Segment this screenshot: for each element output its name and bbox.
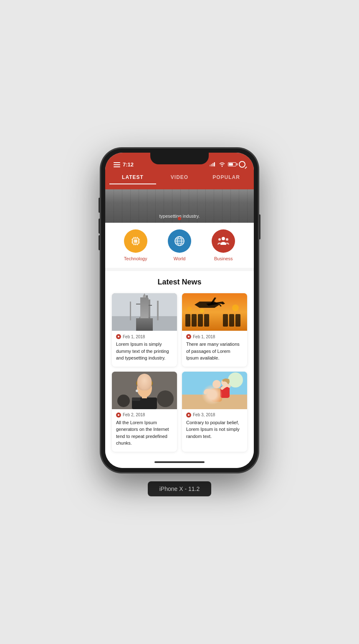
- airport-svg: [182, 293, 247, 331]
- tab-video[interactable]: VIDEO: [156, 171, 203, 184]
- svg-point-58: [136, 378, 153, 388]
- technology-label: Technology: [124, 256, 147, 261]
- notch: [150, 153, 209, 164]
- content-area: typesetting industry.: [105, 189, 254, 456]
- wifi-icon: [219, 162, 225, 167]
- tab-latest[interactable]: LATEST: [109, 171, 156, 184]
- article-2-date: Feb 1, 2018: [193, 335, 215, 339]
- svg-point-66: [212, 380, 221, 388]
- date-icon-4: [186, 413, 191, 418]
- svg-rect-5: [134, 239, 137, 243]
- hero-banner: typesetting industry.: [105, 189, 254, 223]
- article-4-desc: Contrary to popular belief, Lorem Ipsum …: [186, 419, 243, 440]
- category-world[interactable]: World: [168, 229, 191, 261]
- svg-rect-46: [235, 314, 240, 327]
- svg-rect-30: [143, 297, 146, 315]
- article-1-image: [112, 293, 177, 331]
- svg-point-59: [140, 387, 143, 389]
- svg-rect-1: [211, 164, 212, 166]
- svg-rect-43: [204, 314, 209, 327]
- business-label: Business: [214, 256, 233, 261]
- people-icon: [217, 235, 230, 247]
- hero-indicator-dot: [178, 217, 181, 220]
- time-display: 7:12: [123, 161, 134, 168]
- menu-icon[interactable]: [114, 162, 120, 167]
- category-business[interactable]: Business: [212, 229, 235, 261]
- categories-section: Technology Wo: [105, 223, 254, 268]
- phone-screen: 7:12: [105, 153, 254, 468]
- home-indicator: [105, 456, 254, 468]
- svg-point-56: [137, 379, 152, 397]
- news-card-2[interactable]: Feb 1, 2018 There are many variations of…: [182, 293, 247, 367]
- article-4-body: Feb 3, 2018 Contrary to popular belief, …: [182, 409, 247, 445]
- article-2-desc: There are many variations of passages of…: [186, 341, 243, 362]
- svg-point-57: [138, 376, 151, 384]
- tab-popular[interactable]: POPULAR: [203, 171, 250, 184]
- svg-point-49: [200, 309, 204, 313]
- article-3-desc: All the Lorem Ipsum generators on the In…: [116, 419, 173, 447]
- portrait-svg: [112, 372, 177, 409]
- svg-rect-0: [210, 165, 211, 166]
- svg-point-53: [157, 390, 174, 407]
- svg-rect-44: [223, 314, 228, 327]
- signal-icon: [210, 162, 216, 166]
- home-bar: [154, 461, 205, 463]
- news-card-1[interactable]: Feb 1, 2018 Lorem Ipsum is simply dummy …: [112, 293, 177, 367]
- article-4-date-row: Feb 3, 2018: [186, 413, 243, 418]
- news-card-3[interactable]: Feb 2, 2018 All the Lorem Ipsum generato…: [112, 372, 177, 452]
- status-left: 7:12: [114, 161, 134, 168]
- svg-point-52: [117, 395, 130, 407]
- article-2-body: Feb 1, 2018 There are many variations of…: [182, 331, 247, 367]
- svg-point-48: [187, 307, 192, 312]
- svg-point-21: [222, 237, 225, 240]
- rocket-svg: [112, 293, 177, 331]
- outdoors-svg: [182, 372, 247, 409]
- device-label: iPhone X - 11.2: [148, 481, 212, 496]
- category-technology[interactable]: Technology: [124, 229, 147, 261]
- status-right: [210, 161, 245, 168]
- chip-icon: [129, 235, 142, 247]
- svg-rect-62: [132, 397, 140, 401]
- globe-icon: [173, 235, 186, 247]
- svg-rect-28: [146, 295, 148, 320]
- svg-rect-69: [220, 386, 230, 398]
- svg-point-23: [226, 238, 228, 241]
- article-3-body: Feb 2, 2018 All the Lorem Ipsum generato…: [112, 409, 177, 452]
- world-icon-bg: [168, 229, 191, 253]
- battery-icon: [228, 162, 236, 166]
- news-card-4[interactable]: Feb 3, 2018 Contrary to popular belief, …: [182, 372, 247, 452]
- svg-rect-33: [146, 305, 152, 306]
- date-icon-2: [186, 334, 191, 339]
- article-1-desc: Lorem Ipsum is simply dummy text of the …: [116, 341, 173, 362]
- svg-rect-37: [157, 301, 159, 320]
- svg-rect-64: [182, 395, 247, 409]
- article-3-date-row: Feb 2, 2018: [116, 413, 173, 418]
- svg-rect-32: [136, 304, 143, 304]
- svg-rect-41: [192, 314, 197, 327]
- date-icon-3: [116, 413, 121, 418]
- business-icon-bg: [212, 229, 235, 253]
- article-4-date: Feb 3, 2018: [193, 413, 215, 417]
- svg-point-61: [136, 390, 138, 392]
- latest-news-section: Latest News: [105, 271, 254, 456]
- svg-rect-45: [229, 314, 234, 327]
- svg-rect-3: [214, 162, 215, 166]
- date-icon-1: [116, 334, 121, 339]
- svg-rect-36: [130, 302, 131, 320]
- world-label: World: [174, 256, 186, 261]
- article-3-image: [112, 372, 177, 409]
- status-bar: 7:12: [105, 153, 254, 171]
- article-1-body: Feb 1, 2018 Lorem Ipsum is simply dummy …: [112, 331, 177, 367]
- svg-rect-27: [140, 297, 143, 320]
- svg-rect-40: [185, 314, 190, 327]
- article-2-date-row: Feb 1, 2018: [186, 334, 243, 339]
- news-grid: Feb 1, 2018 Lorem Ipsum is simply dummy …: [112, 293, 247, 452]
- article-1-date-row: Feb 1, 2018: [116, 334, 173, 339]
- section-title: Latest News: [112, 278, 247, 287]
- article-3-date: Feb 2, 2018: [123, 413, 145, 417]
- svg-rect-26: [112, 316, 177, 331]
- svg-point-60: [146, 387, 149, 389]
- svg-point-22: [218, 238, 221, 241]
- svg-rect-2: [212, 163, 214, 166]
- search-icon[interactable]: [239, 161, 245, 168]
